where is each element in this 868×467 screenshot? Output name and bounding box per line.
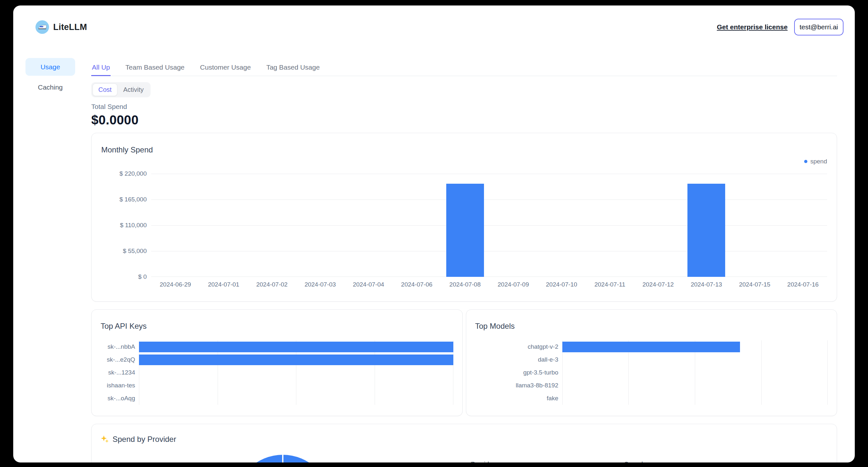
x-axis-tick-label: 2024-07-02 [248,281,296,288]
tab-tag-based-usage[interactable]: Tag Based Usage [266,64,320,76]
sidebar-item-usage[interactable]: Usage [26,58,75,76]
bar-slot [682,184,731,277]
bar-row [139,379,453,392]
top-api-keys-title: Top API Keys [101,322,453,331]
bar-category-label: chatgpt-v-2 [475,340,562,353]
top-models-title: Top Models [475,322,828,331]
monthly-spend-card: Monthly Spend spend $ 220,000$ 165,000$ … [91,133,837,302]
y-axis-tick-label: $ 165,000 [119,196,147,203]
toggle-option-cost[interactable]: Cost [93,84,117,96]
bar-row [562,379,828,392]
monthly-x-axis: 2024-06-292024-07-012024-07-022024-07-03… [151,281,827,288]
rows-layer [562,340,828,405]
top-api-keys-chart: sk-...nbbAsk-...e2qQsk-...1234ishaan-tes… [101,340,453,405]
models-plot [562,340,828,405]
main-panel: All Up Team Based Usage Customer Usage T… [91,64,837,463]
bar [562,342,740,352]
toggle-option-activity[interactable]: Activity [117,84,149,96]
app-window: LiteLLM Get enterprise license test@berr… [13,5,855,463]
content-row: Usage Caching All Up Team Based Usage Cu… [13,58,855,463]
app-title: LiteLLM [53,22,87,32]
litellm-logo-icon [35,20,49,34]
monthly-spend-title: Monthly Spend [101,145,827,155]
bar-row [139,392,453,405]
apikeys-plot [139,340,453,405]
x-axis-tick-label: 2024-07-16 [779,281,827,288]
sidebar-item-caching[interactable]: Caching [26,78,75,96]
cards-row: Top API Keys sk-...nbbAsk-...e2qQsk-...1… [91,309,837,416]
x-axis-tick-label: 2024-07-15 [731,281,779,288]
x-axis-tick-label: 2024-07-03 [296,281,344,288]
bar-row [139,366,453,379]
models-labels: chatgpt-v-2dall-e-3gpt-3.5-turbollama3-8… [475,340,562,405]
cost-activity-toggle: Cost Activity [91,82,151,97]
monthly-spend-chart: $ 220,000$ 165,000$ 110,000$ 55,000$ 0 [101,174,827,277]
x-axis-tick-label: 2024-07-13 [682,281,731,288]
bar-row [562,366,828,379]
provider-pie-chart [235,455,331,463]
tab-team-based-usage[interactable]: Team Based Usage [125,64,185,76]
total-spend-value: $0.0000 [91,113,837,127]
spend-by-provider-card: Spend by Provider Provider Spend [91,424,837,463]
bar-row [139,340,453,353]
y-axis-tick-label: $ 220,000 [119,170,147,177]
y-axis-tick-label: $ 0 [138,273,147,280]
y-axis-tick-label: $ 55,000 [123,247,147,255]
spend-bar [446,184,484,277]
top-bar: LiteLLM Get enterprise license test@berr… [13,5,855,34]
spend-bar [687,184,725,277]
bar-category-label: sk-...oAqg [101,392,139,405]
x-axis-tick-label: 2024-07-01 [199,281,248,288]
legend-label: spend [810,158,827,165]
chart-legend: spend [101,158,827,165]
tab-all-up[interactable]: All Up [91,64,111,76]
x-axis-tick-label: 2024-07-08 [441,281,489,288]
sidebar: Usage Caching [13,58,91,463]
total-spend-block: Total Spend $0.0000 [91,103,837,127]
train-icon [38,24,47,30]
spend-by-provider-title: Spend by Provider [113,435,176,444]
bar-category-label: sk-...1234 [101,366,139,379]
x-axis-tick-label: 2024-07-09 [489,281,537,288]
user-email-button[interactable]: test@berri.ai [794,19,843,35]
bar-row [562,353,828,366]
bar-row [562,340,828,353]
bar-category-label: ishaan-tes [101,379,139,392]
bar-slot [441,184,489,277]
bar [139,342,453,352]
y-axis-tick-label: $ 110,000 [120,222,147,229]
pie-segment-divider [282,455,283,463]
rows-layer [139,340,453,405]
top-models-chart: chatgpt-v-2dall-e-3gpt-3.5-turbollama3-8… [475,340,828,405]
bar-category-label: sk-...e2qQ [101,353,139,366]
monthly-y-axis: $ 220,000$ 165,000$ 110,000$ 55,000$ 0 [101,174,151,277]
x-axis-tick-label: 2024-07-12 [634,281,682,288]
x-axis-tick-label: 2024-06-29 [151,281,199,288]
bar-row [562,392,828,405]
monthly-plot [151,174,827,277]
apikeys-labels: sk-...nbbAsk-...e2qQsk-...1234ishaan-tes… [101,340,139,405]
bar-category-label: dall-e-3 [475,353,562,366]
total-spend-label: Total Spend [91,103,837,110]
bars-layer [151,174,827,277]
bar-category-label: fake [475,392,562,405]
legend-dot [804,160,807,163]
top-api-keys-card: Top API Keys sk-...nbbAsk-...e2qQsk-...1… [91,309,463,416]
provider-table-header-spend: Spend [624,461,643,463]
bar-category-label: sk-...nbbA [101,340,139,353]
spend-by-provider-title-row: Spend by Provider [101,435,176,444]
get-enterprise-license-link[interactable]: Get enterprise license [717,23,787,31]
bar-category-label: llama3-8b-8192 [475,379,562,392]
tab-bar: All Up Team Based Usage Customer Usage T… [91,64,837,76]
top-models-card: Top Models chatgpt-v-2dall-e-3gpt-3.5-tu… [466,309,837,416]
bar-category-label: gpt-3.5-turbo [475,366,562,379]
x-axis-tick-label: 2024-07-06 [393,281,441,288]
x-axis-tick-label: 2024-07-11 [586,281,634,288]
bar-row [139,353,453,366]
x-axis-tick-label: 2024-07-10 [537,281,586,288]
bar [139,355,453,365]
provider-table-header-provider: Provider [471,461,495,463]
tab-customer-usage[interactable]: Customer Usage [199,64,251,76]
x-axis-tick-label: 2024-07-04 [344,281,393,288]
sparkles-icon [101,435,109,443]
